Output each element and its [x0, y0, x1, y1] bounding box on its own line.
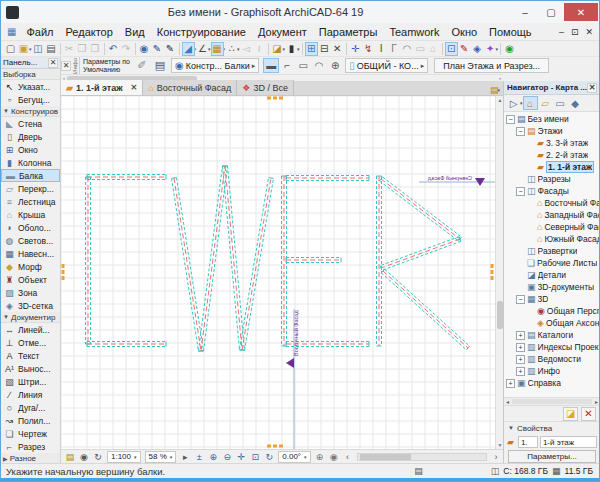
tree-item-Индексы Проекта[interactable]: +▥Индексы Проекта	[504, 341, 600, 353]
tool-Оболо...[interactable]: ◗Оболо...	[1, 221, 60, 234]
eraser-icon[interactable]: ✐	[133, 59, 151, 73]
infobox-grip[interactable]: Инфо	[71, 57, 80, 74]
suspend-groups-icon[interactable]: ✕	[331, 42, 344, 56]
tree-item-Разрезы[interactable]: ◫Разрезы	[504, 173, 600, 185]
settings-button[interactable]: Параметры...	[508, 450, 596, 463]
trace-reference-icon[interactable]: ◉	[77, 451, 91, 463]
toolbox-section-Конструиров[interactable]: ▼Конструиров	[1, 106, 60, 117]
tool-Окно[interactable]: ⊞Окно	[1, 143, 60, 156]
maximize-button[interactable]: ▢	[538, 3, 564, 21]
default-settings-label[interactable]: Параметры поУмолчанию	[80, 58, 133, 74]
tree-item-Фасады[interactable]: −◫Фасады	[504, 185, 600, 197]
menu-1[interactable]: Файл	[20, 26, 59, 38]
hscroll-right-icon[interactable]: ›	[489, 451, 503, 463]
tool-Бегущ...[interactable]: ▫Бегущ...	[1, 93, 60, 106]
tree-expander-icon[interactable]: +	[516, 343, 525, 352]
scroll-left-icon[interactable]: ◂	[504, 398, 511, 405]
tool-Балка[interactable]: ▬Балка	[1, 169, 60, 182]
markup-pen-icon[interactable]: ✎	[458, 42, 471, 56]
menu-4[interactable]: Конструирование	[151, 26, 252, 38]
tree-item-Северный Фасад[interactable]: ⌂Северный Фасад	[504, 221, 600, 233]
tool-Крыша[interactable]: ⌂Крыша	[1, 208, 60, 221]
element-snap-icon[interactable]: Ι	[375, 42, 388, 56]
pen-weight-icon[interactable]: ▮	[285, 42, 298, 56]
toolbox-section-Выборка[interactable]: Выборка	[1, 69, 60, 80]
geometry-rectangle-button[interactable]: ▭	[295, 58, 311, 73]
tab-first-floor[interactable]: ▰1. 1-й этаж✕	[61, 80, 143, 95]
toolbox-section-Документир[interactable]: ▼Документир	[1, 312, 60, 323]
tool-Лестница[interactable]: ≡Лестница	[1, 195, 60, 208]
menu-9[interactable]: Помощь	[483, 26, 538, 38]
pen-blue-icon[interactable]: ✎	[151, 42, 164, 56]
tree-expander-icon[interactable]: +	[506, 379, 515, 388]
layout-book-icon[interactable]: ▭	[553, 96, 568, 110]
slope-icon[interactable]: ∠	[196, 42, 209, 56]
tool-Объект[interactable]: ♜Объект	[1, 273, 60, 286]
geometry-rotated-button[interactable]: ⊕	[327, 58, 343, 73]
canvas-hscrollbar[interactable]	[357, 453, 487, 461]
tree-item-3. 3-й этаж[interactable]: ▰3. 3-й этаж	[504, 137, 600, 149]
doc-close-icon[interactable]: ✕	[585, 27, 593, 37]
tool-Стена[interactable]: ◣Стена	[1, 117, 60, 130]
tool-Чертеж[interactable]: ❏Чертеж	[1, 427, 60, 440]
toolbox-close-icon[interactable]: ✕	[48, 58, 58, 68]
document-menu-icon[interactable]: ▦	[7, 26, 16, 37]
rebuild-icon[interactable]: ↻	[91, 451, 105, 463]
tree-item-Инфо[interactable]: +▥Инфо	[504, 365, 600, 377]
menu-7[interactable]: Teamwork	[383, 26, 445, 38]
tree-item-Ведомости[interactable]: +▥Ведомости	[504, 353, 600, 365]
story-name-field[interactable]: 1-й этаж	[540, 436, 597, 448]
tool-Вынос...[interactable]: A¹Вынос...	[1, 362, 60, 375]
tree-expander-icon[interactable]: +	[516, 367, 525, 376]
tool-Светов...[interactable]: ◍Светов...	[1, 234, 60, 247]
tool-Разрез[interactable]: ⌐Разрез	[1, 440, 60, 453]
new-document-icon[interactable]: ▢	[4, 42, 17, 56]
zoom-options-icon[interactable]: ±	[192, 451, 206, 463]
tool-Линей...[interactable]: ↔Линей...	[1, 323, 60, 336]
tree-expander-icon[interactable]: +	[516, 331, 525, 340]
pan-icon[interactable]: ✛	[234, 451, 248, 463]
roof-tool-icon[interactable]: ⌂	[427, 42, 440, 56]
floor-plan-section-button[interactable]: План Этажа и Разрез...	[434, 58, 549, 73]
geometry-curved-button[interactable]: ◠	[311, 58, 327, 73]
magic-table-icon[interactable]: ⊟	[318, 42, 331, 56]
orbit-icon[interactable]: ↻	[262, 451, 276, 463]
project-map-icon[interactable]: ⌂	[523, 96, 538, 110]
geometry-chained-button[interactable]: ⌐	[279, 58, 295, 73]
favorites-book-icon[interactable]: ▤	[151, 59, 169, 73]
tab-3d[interactable]: ❖3D / Все	[237, 80, 294, 95]
tab-close-icon[interactable]: ✕	[131, 83, 138, 92]
tool-Зона[interactable]: ▨Зона	[1, 286, 60, 299]
navigator-close-icon[interactable]: ✕	[587, 83, 597, 93]
angle-combo[interactable]: 0.00°▾	[278, 451, 310, 463]
tree-item-1. 1-й этаж[interactable]: ▰1. 1-й этаж	[504, 161, 600, 173]
tree-item-Общая Перспектива[interactable]: ◉Общая Перспектива	[504, 305, 600, 317]
tree-expander-icon[interactable]: +	[516, 355, 525, 364]
tree-item-3D[interactable]: −▦3D	[504, 293, 600, 305]
publisher-icon[interactable]: ◆	[568, 96, 583, 110]
tool-Штри...[interactable]: ▧Штри...	[1, 375, 60, 388]
snap-guides-icon[interactable]: ◅	[240, 42, 253, 56]
undo-icon[interactable]: ↶	[107, 42, 120, 56]
print-icon[interactable]: ▤	[45, 42, 58, 56]
menu-2[interactable]: Редактор	[60, 26, 119, 38]
close-button[interactable]: ✕	[564, 3, 598, 21]
save-icon[interactable]: ◫	[32, 42, 45, 56]
tree-item-Этажи[interactable]: −▤Этажи	[504, 125, 600, 137]
scroll-right-icon[interactable]: ▸	[593, 398, 600, 405]
doc-restore-icon[interactable]: ⊡	[571, 27, 579, 37]
tree-expander-icon[interactable]: −	[516, 295, 525, 304]
project-chooser-icon[interactable]: ▷	[506, 96, 521, 110]
story-number-field[interactable]: 1.	[518, 436, 538, 448]
visual-compare-icon[interactable]: ⊡	[445, 42, 458, 56]
navigator-hscrollbar[interactable]: ◂ ▸	[504, 397, 600, 405]
layer-combo[interactable]: ▯ ОБЩИЙ - КО... ▸	[345, 58, 428, 73]
pen-dark-icon[interactable]: ✎	[164, 42, 177, 56]
tree-item-2. 2-й этаж[interactable]: ▰2. 2-й этаж	[504, 149, 600, 161]
toolbox-section-Разное[interactable]: ▶Разное	[1, 453, 60, 463]
tool-3D-сетка[interactable]: ◈3D-сетка	[1, 299, 60, 312]
favorites-icon[interactable]: ◪	[271, 42, 284, 56]
flyout-icon[interactable]: ▸	[178, 451, 192, 463]
tree-item-Западный Фасад[interactable]: ⌂Западный Фасад	[504, 209, 600, 221]
wand-icon[interactable]: ✦	[484, 42, 497, 56]
